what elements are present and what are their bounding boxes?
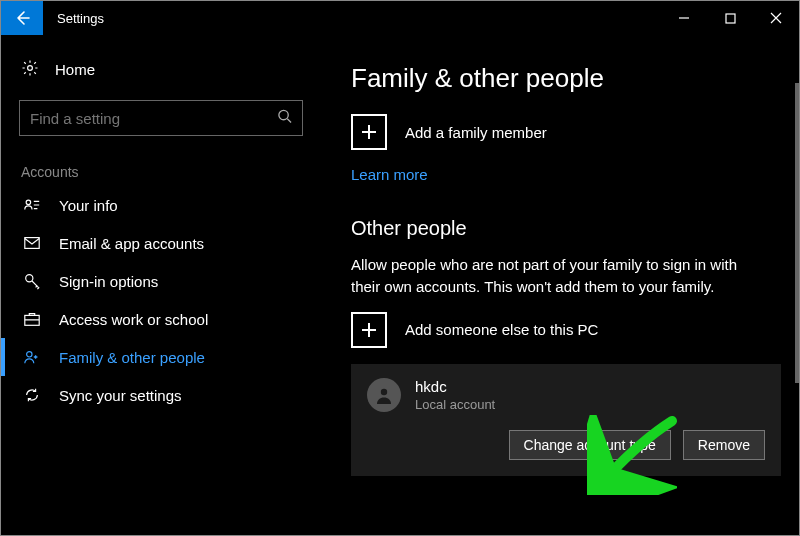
person-name: hkdc bbox=[415, 378, 495, 395]
content-pane: Family & other people Add a family membe… bbox=[321, 35, 799, 535]
svg-point-8 bbox=[381, 388, 387, 394]
change-account-type-button[interactable]: Change account type bbox=[509, 430, 671, 460]
nav-family-other-people[interactable]: Family & other people bbox=[1, 338, 303, 376]
maximize-icon bbox=[725, 13, 736, 24]
nav-access-work-school[interactable]: Access work or school bbox=[1, 300, 303, 338]
card-actions: Change account type Remove bbox=[367, 430, 765, 460]
remove-button[interactable]: Remove bbox=[683, 430, 765, 460]
nav-signin-options[interactable]: Sign-in options bbox=[1, 262, 303, 300]
settings-window: Settings Home bbox=[0, 0, 800, 536]
add-family-label: Add a family member bbox=[405, 124, 547, 141]
left-pane: Home Accounts Your info bbox=[1, 35, 321, 535]
close-button[interactable] bbox=[753, 1, 799, 35]
nav-list: Your info Email & app accounts Sign-in o… bbox=[19, 186, 303, 414]
minimize-button[interactable] bbox=[661, 1, 707, 35]
add-other-label: Add someone else to this PC bbox=[405, 321, 598, 338]
svg-point-5 bbox=[26, 275, 33, 282]
person-type: Local account bbox=[415, 397, 495, 412]
back-button[interactable] bbox=[1, 1, 43, 35]
section-label-accounts: Accounts bbox=[19, 164, 303, 180]
mail-icon bbox=[23, 234, 41, 252]
svg-rect-0 bbox=[726, 14, 735, 23]
plus-box-icon bbox=[351, 114, 387, 150]
page-heading: Family & other people bbox=[351, 63, 769, 94]
titlebar: Settings bbox=[1, 1, 799, 35]
nav-label: Access work or school bbox=[59, 311, 208, 328]
minimize-icon bbox=[678, 12, 690, 24]
plus-box-icon bbox=[351, 312, 387, 348]
window-title: Settings bbox=[43, 1, 661, 35]
add-other-person-button[interactable]: Add someone else to this PC bbox=[351, 312, 769, 348]
add-family-member-button[interactable]: Add a family member bbox=[351, 114, 769, 150]
nav-label: Sign-in options bbox=[59, 273, 158, 290]
avatar bbox=[367, 378, 401, 412]
person-icon bbox=[374, 385, 394, 405]
person-header: hkdc Local account bbox=[367, 378, 765, 412]
nav-email-accounts[interactable]: Email & app accounts bbox=[1, 224, 303, 262]
home-button[interactable]: Home bbox=[19, 53, 303, 92]
arrow-left-icon bbox=[13, 9, 31, 27]
nav-sync-settings[interactable]: Sync your settings bbox=[1, 376, 303, 414]
nav-your-info[interactable]: Your info bbox=[1, 186, 303, 224]
briefcase-icon bbox=[23, 310, 41, 328]
person-card[interactable]: hkdc Local account Change account type R… bbox=[351, 364, 781, 476]
gear-icon bbox=[21, 59, 39, 80]
home-label: Home bbox=[55, 61, 95, 78]
scrollbar-thumb[interactable] bbox=[795, 83, 799, 383]
search-box[interactable] bbox=[19, 100, 303, 136]
key-icon bbox=[23, 272, 41, 290]
window-controls bbox=[661, 1, 799, 35]
other-people-heading: Other people bbox=[351, 217, 769, 240]
svg-point-1 bbox=[28, 66, 33, 71]
nav-label: Email & app accounts bbox=[59, 235, 204, 252]
svg-point-2 bbox=[279, 110, 288, 119]
close-icon bbox=[770, 12, 782, 24]
search-input[interactable] bbox=[20, 101, 302, 135]
plus-icon bbox=[359, 122, 379, 142]
maximize-button[interactable] bbox=[707, 1, 753, 35]
people-icon bbox=[23, 348, 41, 366]
nav-label: Your info bbox=[59, 197, 118, 214]
nav-label: Sync your settings bbox=[59, 387, 182, 404]
search-icon bbox=[277, 109, 292, 128]
nav-label: Family & other people bbox=[59, 349, 205, 366]
svg-rect-4 bbox=[25, 238, 39, 249]
person-info: hkdc Local account bbox=[415, 378, 495, 412]
other-people-description: Allow people who are not part of your fa… bbox=[351, 254, 769, 298]
sync-icon bbox=[23, 386, 41, 404]
plus-icon bbox=[359, 320, 379, 340]
svg-point-3 bbox=[26, 200, 31, 205]
scrollbar[interactable] bbox=[795, 35, 799, 535]
svg-point-7 bbox=[27, 352, 32, 357]
learn-more-link[interactable]: Learn more bbox=[351, 166, 428, 183]
person-card-icon bbox=[23, 196, 41, 214]
body: Home Accounts Your info bbox=[1, 35, 799, 535]
